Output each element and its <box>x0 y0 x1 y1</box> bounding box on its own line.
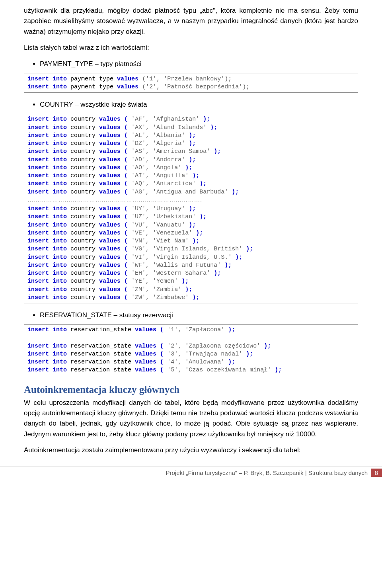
footer-page-number: 8 <box>371 469 382 477</box>
bullet-list-3: RESERVATION_STATE – statusy rezerwacji <box>40 310 358 320</box>
bullet-list-1: PAYMENT_TYPE – typy płatności <box>40 59 358 69</box>
section-paragraph-2: Autoinkrementacja została zaimplementowa… <box>24 445 358 455</box>
section-paragraph-1: W celu uproszczenia modyfikacji danych d… <box>24 398 358 440</box>
code-block-country: insert into country values ( 'AF', 'Afgh… <box>24 114 358 303</box>
code-block-reservation-state: insert into reservation_state values ( '… <box>24 324 358 376</box>
bullet-list-2: COUNTRY – wszystkie kraje świata <box>40 99 358 110</box>
code-block-payment-type: insert into payment_type values ('1', 'P… <box>24 74 358 93</box>
page-footer: Projekt „Firma turystyczna" – P. Bryk, B… <box>0 467 382 477</box>
bullet-reservation-state: RESERVATION_STATE – statusy rezerwacji <box>40 310 358 320</box>
footer-text: Projekt „Firma turystyczna" – P. Bryk, B… <box>24 469 371 477</box>
intro-paragraph: użytkownik dla przykładu, mógłby dodać p… <box>24 6 358 37</box>
list-intro: Lista stałych tabel wraz z ich wartościa… <box>24 43 358 53</box>
bullet-country: COUNTRY – wszystkie kraje świata <box>40 99 358 110</box>
section-heading: Autoinkrementacja kluczy głównych <box>24 384 358 395</box>
bullet-payment-type: PAYMENT_TYPE – typy płatności <box>40 59 358 69</box>
